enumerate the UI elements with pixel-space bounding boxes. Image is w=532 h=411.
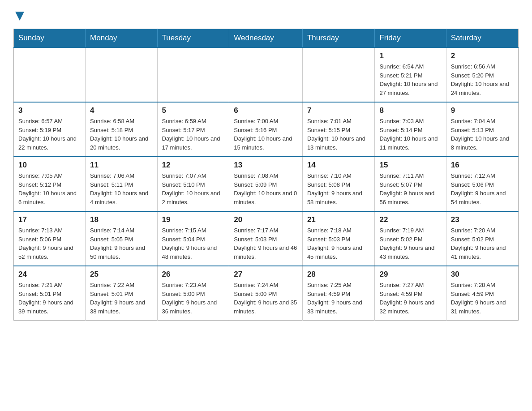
calendar-table: SundayMondayTuesdayWednesdayThursdayFrid… (13, 29, 519, 321)
calendar-cell: 26Sunrise: 7:23 AMSunset: 5:00 PMDayligh… (157, 266, 229, 321)
day-info: Sunrise: 7:13 AMSunset: 5:06 PMDaylight:… (18, 226, 81, 261)
day-info: Sunrise: 7:24 AMSunset: 5:00 PMDaylight:… (234, 281, 298, 316)
day-info: Sunrise: 7:07 AMSunset: 5:10 PMDaylight:… (162, 171, 225, 206)
calendar-cell: 19Sunrise: 7:15 AMSunset: 5:04 PMDayligh… (157, 211, 229, 266)
day-info: Sunrise: 6:54 AMSunset: 5:21 PMDaylight:… (379, 62, 441, 97)
calendar-cell: 6Sunrise: 7:00 AMSunset: 5:16 PMDaylight… (229, 102, 303, 157)
day-number: 22 (379, 215, 441, 224)
day-number: 10 (18, 161, 81, 170)
day-number: 7 (307, 106, 370, 115)
calendar-cell: 29Sunrise: 7:27 AMSunset: 4:59 PMDayligh… (375, 266, 446, 321)
weekday-header-row: SundayMondayTuesdayWednesdayThursdayFrid… (14, 29, 519, 48)
day-number: 20 (234, 215, 298, 224)
calendar-cell: 10Sunrise: 7:05 AMSunset: 5:12 PMDayligh… (14, 157, 86, 211)
calendar-cell (302, 47, 375, 102)
day-number: 5 (162, 106, 225, 115)
calendar-cell: 20Sunrise: 7:17 AMSunset: 5:03 PMDayligh… (229, 211, 303, 266)
day-info: Sunrise: 7:20 AMSunset: 5:02 PMDaylight:… (451, 226, 514, 261)
day-info: Sunrise: 7:12 AMSunset: 5:06 PMDaylight:… (451, 171, 514, 206)
day-number: 29 (379, 270, 441, 279)
calendar-cell: 17Sunrise: 7:13 AMSunset: 5:06 PMDayligh… (14, 211, 86, 266)
calendar-cell: 25Sunrise: 7:22 AMSunset: 5:01 PMDayligh… (86, 266, 157, 321)
weekday-header-wednesday: Wednesday (229, 29, 303, 48)
day-number: 8 (379, 106, 441, 115)
day-info: Sunrise: 7:23 AMSunset: 5:00 PMDaylight:… (162, 281, 225, 316)
weekday-header-tuesday: Tuesday (157, 29, 229, 48)
day-info: Sunrise: 7:06 AMSunset: 5:11 PMDaylight:… (90, 171, 152, 206)
calendar-cell (86, 47, 157, 102)
day-number: 13 (234, 161, 298, 170)
calendar-cell: 12Sunrise: 7:07 AMSunset: 5:10 PMDayligh… (157, 157, 229, 211)
calendar-cell: 21Sunrise: 7:18 AMSunset: 5:03 PMDayligh… (302, 211, 375, 266)
day-info: Sunrise: 7:28 AMSunset: 4:59 PMDaylight:… (451, 281, 514, 316)
calendar-week-row: 3Sunrise: 6:57 AMSunset: 5:19 PMDaylight… (14, 102, 519, 157)
day-number: 21 (307, 215, 370, 224)
day-number: 18 (90, 215, 152, 224)
day-info: Sunrise: 7:17 AMSunset: 5:03 PMDaylight:… (234, 226, 298, 261)
day-info: Sunrise: 7:05 AMSunset: 5:12 PMDaylight:… (18, 171, 81, 206)
calendar-cell: 28Sunrise: 7:25 AMSunset: 4:59 PMDayligh… (302, 266, 375, 321)
weekday-header-friday: Friday (375, 29, 446, 48)
calendar-cell (229, 47, 303, 102)
day-number: 25 (90, 270, 152, 279)
calendar-cell: 9Sunrise: 7:04 AMSunset: 5:13 PMDaylight… (446, 102, 518, 157)
day-info: Sunrise: 7:19 AMSunset: 5:02 PMDaylight:… (379, 226, 441, 261)
weekday-header-monday: Monday (86, 29, 157, 48)
day-number: 26 (162, 270, 225, 279)
calendar-cell: 5Sunrise: 6:59 AMSunset: 5:17 PMDaylight… (157, 102, 229, 157)
day-info: Sunrise: 7:03 AMSunset: 5:14 PMDaylight:… (379, 117, 441, 152)
calendar-cell: 4Sunrise: 6:58 AMSunset: 5:18 PMDaylight… (86, 102, 157, 157)
calendar-cell (14, 47, 86, 102)
day-number: 6 (234, 106, 298, 115)
day-info: Sunrise: 6:58 AMSunset: 5:18 PMDaylight:… (90, 117, 152, 152)
calendar-cell: 11Sunrise: 7:06 AMSunset: 5:11 PMDayligh… (86, 157, 157, 211)
day-info: Sunrise: 7:27 AMSunset: 4:59 PMDaylight:… (379, 281, 441, 316)
day-info: Sunrise: 7:11 AMSunset: 5:07 PMDaylight:… (379, 171, 441, 206)
day-number: 1 (379, 51, 441, 60)
calendar-week-row: 10Sunrise: 7:05 AMSunset: 5:12 PMDayligh… (14, 157, 519, 211)
calendar-cell: 2Sunrise: 6:56 AMSunset: 5:20 PMDaylight… (446, 47, 518, 102)
day-info: Sunrise: 6:59 AMSunset: 5:17 PMDaylight:… (162, 117, 225, 152)
day-info: Sunrise: 7:01 AMSunset: 5:15 PMDaylight:… (307, 117, 370, 152)
day-number: 12 (162, 161, 225, 170)
day-info: Sunrise: 7:08 AMSunset: 5:09 PMDaylight:… (234, 171, 298, 206)
calendar-cell: 18Sunrise: 7:14 AMSunset: 5:05 PMDayligh… (86, 211, 157, 266)
calendar-cell: 7Sunrise: 7:01 AMSunset: 5:15 PMDaylight… (302, 102, 375, 157)
calendar-cell: 8Sunrise: 7:03 AMSunset: 5:14 PMDaylight… (375, 102, 446, 157)
day-number: 15 (379, 161, 441, 170)
page-header (13, 9, 519, 21)
calendar-cell: 14Sunrise: 7:10 AMSunset: 5:08 PMDayligh… (302, 157, 375, 211)
day-info: Sunrise: 7:14 AMSunset: 5:05 PMDaylight:… (90, 226, 152, 261)
calendar-cell: 27Sunrise: 7:24 AMSunset: 5:00 PMDayligh… (229, 266, 303, 321)
day-info: Sunrise: 6:56 AMSunset: 5:20 PMDaylight:… (451, 62, 514, 97)
day-number: 23 (451, 215, 514, 224)
day-number: 3 (18, 106, 81, 115)
day-number: 27 (234, 270, 298, 279)
weekday-header-thursday: Thursday (302, 29, 375, 48)
calendar-cell: 30Sunrise: 7:28 AMSunset: 4:59 PMDayligh… (446, 266, 518, 321)
calendar-week-row: 24Sunrise: 7:21 AMSunset: 5:01 PMDayligh… (14, 266, 519, 321)
day-info: Sunrise: 7:15 AMSunset: 5:04 PMDaylight:… (162, 226, 225, 261)
day-number: 19 (162, 215, 225, 224)
calendar-cell: 16Sunrise: 7:12 AMSunset: 5:06 PMDayligh… (446, 157, 518, 211)
logo (13, 9, 24, 21)
calendar-cell: 13Sunrise: 7:08 AMSunset: 5:09 PMDayligh… (229, 157, 303, 211)
day-number: 4 (90, 106, 152, 115)
day-number: 2 (451, 51, 514, 60)
calendar-cell (157, 47, 229, 102)
day-info: Sunrise: 7:04 AMSunset: 5:13 PMDaylight:… (451, 117, 514, 152)
weekday-header-sunday: Sunday (14, 29, 86, 48)
day-number: 16 (451, 161, 514, 170)
day-info: Sunrise: 7:18 AMSunset: 5:03 PMDaylight:… (307, 226, 370, 261)
calendar-cell: 23Sunrise: 7:20 AMSunset: 5:02 PMDayligh… (446, 211, 518, 266)
day-info: Sunrise: 6:57 AMSunset: 5:19 PMDaylight:… (18, 117, 81, 152)
calendar-cell: 15Sunrise: 7:11 AMSunset: 5:07 PMDayligh… (375, 157, 446, 211)
day-number: 14 (307, 161, 370, 170)
weekday-header-saturday: Saturday (446, 29, 518, 48)
day-number: 28 (307, 270, 370, 279)
calendar-cell: 1Sunrise: 6:54 AMSunset: 5:21 PMDaylight… (375, 47, 446, 102)
logo-triangle-icon (15, 12, 24, 21)
day-number: 11 (90, 161, 152, 170)
calendar-week-row: 1Sunrise: 6:54 AMSunset: 5:21 PMDaylight… (14, 47, 519, 102)
day-info: Sunrise: 7:10 AMSunset: 5:08 PMDaylight:… (307, 171, 370, 206)
